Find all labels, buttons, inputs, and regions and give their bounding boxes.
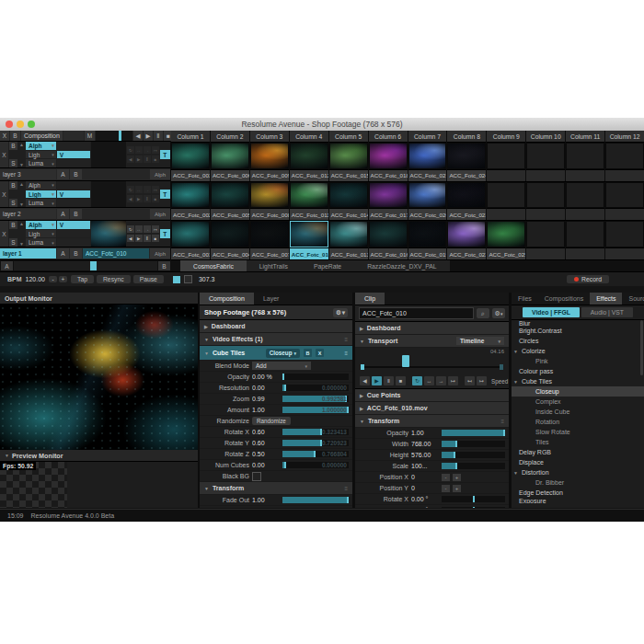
param-value[interactable]: 0.50 — [252, 451, 280, 457]
clip-thumbnail[interactable] — [566, 221, 604, 247]
slider-handle[interactable] — [314, 451, 316, 457]
clip-label[interactable]: ACC_Fotc_009 — [250, 169, 289, 181]
blend-option-ligh[interactable]: Ligh — [26, 230, 56, 238]
layer-bypass-button[interactable]: B — [9, 142, 17, 150]
clip-thumbnail[interactable] — [329, 143, 368, 169]
clip-cell[interactable] — [526, 182, 565, 221]
effect-item[interactable]: Dr. Bibber — [512, 477, 644, 488]
param-value[interactable]: 0.00 — [252, 462, 280, 468]
slider-handle[interactable] — [503, 430, 505, 436]
layer-transport-button[interactable]: ▶ — [135, 235, 143, 242]
clip-cell[interactable]: ACC_Fotc_010 — [290, 221, 328, 259]
layer-name[interactable]: layer 3 — [0, 169, 56, 179]
output-monitor-header[interactable]: Output Monitor — [0, 293, 198, 305]
layer-trigger-button[interactable]: T — [160, 190, 170, 199]
zoom-window-button[interactable] — [28, 121, 35, 128]
composition-transport-button[interactable]: Ⅱ — [154, 131, 163, 141]
clip-cell[interactable]: ACC_Fotc_025 — [487, 221, 525, 259]
param-value[interactable]: 0.99 — [252, 396, 280, 402]
param-slider[interactable]: 1.000000 — [282, 407, 349, 413]
layer-transport-button[interactable]: ◀ — [127, 235, 134, 242]
effect-remove-button[interactable]: X — [316, 349, 324, 357]
crossfader-a-button[interactable]: A — [1, 261, 13, 270]
layer-x-button[interactable]: X — [0, 181, 8, 207]
param-value[interactable]: 100... — [411, 463, 439, 469]
clip-label[interactable] — [605, 247, 644, 259]
param-value[interactable]: 0.60 — [252, 440, 280, 446]
bpm-value[interactable]: 120.00 — [26, 276, 45, 282]
clip-label[interactable]: ACC_Fotc_022 — [447, 247, 486, 259]
tab-effects[interactable]: Effects — [590, 293, 622, 305]
param-slider[interactable] — [442, 507, 505, 508]
clip-label[interactable]: ACC_Fotc_004 — [211, 247, 249, 259]
clip-cell[interactable]: ACC_Fotc_007 — [250, 221, 289, 259]
layer-transport-button[interactable]: ■ — [152, 235, 159, 242]
layer-transport-button[interactable]: Ⅱ — [144, 235, 151, 242]
clip-label[interactable] — [605, 208, 644, 220]
layer-transport-button[interactable]: ■ — [152, 195, 159, 202]
clip-thumbnail[interactable] — [447, 221, 486, 247]
clip-label[interactable]: ACC_Fotc_008 — [250, 208, 289, 220]
stepper-plus-button[interactable]: + — [453, 474, 461, 481]
clip-cell[interactable] — [605, 143, 644, 181]
layer-x-button[interactable]: X — [0, 142, 8, 167]
clip-label[interactable] — [526, 247, 565, 259]
slider-handle[interactable] — [455, 463, 457, 469]
clip-label[interactable]: ACC_Fotc_010 — [290, 247, 328, 259]
effect-item[interactable]: ▼Cube Tiles — [512, 376, 644, 386]
section-dashboard[interactable]: ▶ Dashboard — [200, 320, 352, 333]
section-clip-transform[interactable]: ▼ Transform ≡ — [355, 415, 509, 428]
clip-cell[interactable]: ACC_Fotc_017 — [369, 182, 408, 221]
param-slider[interactable] — [282, 497, 349, 503]
effect-preset-dropdown[interactable]: Closeup — [266, 349, 300, 358]
effect-item[interactable]: Bright.Contrast — [512, 326, 644, 336]
clip-thumbnail[interactable] — [408, 182, 447, 209]
clip-thumbnail[interactable] — [329, 182, 368, 209]
layer-v-slider[interactable]: V — [57, 151, 90, 159]
arrow-up-icon[interactable]: ▲ — [18, 221, 25, 226]
layer-v-slider[interactable]: V — [57, 190, 90, 199]
layer-transport-button[interactable]: Ⅱ — [144, 155, 151, 163]
layer-a-button[interactable]: A — [57, 169, 69, 179]
effect-item[interactable]: Inside Cube — [512, 407, 644, 417]
clip-label[interactable]: ACC_Fotc_013 — [329, 247, 368, 259]
blend-option-alph[interactable]: Alph — [26, 181, 56, 190]
clip-cell[interactable] — [566, 182, 604, 221]
clip-label[interactable]: ACC_Fotc_024 — [447, 169, 486, 181]
clip-label[interactable]: ACC_Fotc_005 — [211, 208, 249, 220]
layer-active-clip[interactable] — [83, 209, 149, 219]
layer-solo-button[interactable]: S — [9, 159, 17, 167]
effect-item[interactable]: Exposure — [512, 498, 644, 503]
layer-transport-button[interactable]: ↻ — [127, 225, 134, 233]
clip-cell[interactable] — [526, 143, 565, 181]
effect-item[interactable]: ▼Colorize — [512, 346, 644, 356]
transport-button[interactable]: ↦ — [448, 376, 458, 385]
transport-button[interactable]: ◀ — [360, 376, 370, 385]
layer-trigger-button[interactable]: T — [160, 229, 170, 238]
param-slider[interactable]: 0.000000 — [282, 462, 349, 468]
clip-cell[interactable]: ACC_Fotc_013 — [329, 221, 368, 259]
composition-x-button[interactable]: X — [0, 131, 9, 141]
bpm-tap-button[interactable]: Tap — [71, 275, 94, 283]
clip-cell[interactable]: ACC_Fotc_002 — [171, 182, 210, 221]
blend-option-alph[interactable]: Alph — [26, 221, 56, 229]
layer-transport-button[interactable]: ◀ — [127, 195, 134, 202]
layer-transport-button[interactable]: Ⅱ — [144, 195, 151, 202]
clip-label[interactable]: ACC_Fotc_017 — [369, 208, 408, 220]
param-button[interactable]: Randomize — [252, 417, 291, 425]
clip-thumbnail[interactable] — [447, 143, 486, 169]
clip-cell[interactable]: ACC_Fotc_023 — [447, 182, 486, 221]
slider-handle[interactable] — [473, 507, 475, 508]
param-slider[interactable] — [442, 441, 505, 447]
column-header[interactable]: Column 2 — [211, 131, 249, 143]
clip-label[interactable]: ACC_Fotc_002 — [171, 208, 210, 220]
transport-button[interactable]: ▶ — [372, 376, 382, 385]
clip-label[interactable]: ACC_Fotc_012 — [290, 169, 328, 181]
effect-item[interactable]: ▼Distortion — [512, 467, 644, 477]
clip-cell[interactable]: ACC_Fotc_019 — [408, 221, 447, 259]
layer-active-clip[interactable]: ACC_Fotc_010 — [83, 248, 149, 259]
clip-label[interactable] — [605, 169, 644, 181]
layer-transport-button[interactable]: ◀ — [127, 155, 134, 163]
layer-name[interactable]: layer 1 — [0, 248, 56, 259]
layer-b-button[interactable]: B — [70, 209, 82, 219]
